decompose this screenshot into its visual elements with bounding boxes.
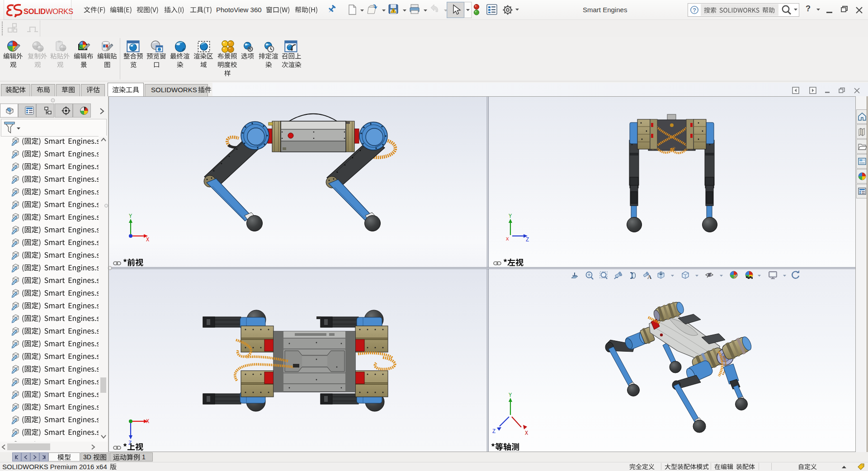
svg-text:X: X [506,236,509,242]
svg-text:A: A [647,273,652,280]
svg-text:X: X [146,237,149,243]
svg-text:Y: Y [509,392,512,399]
svg-text:Y: Y [129,213,132,220]
svg-text:X: X [146,419,149,425]
svg-text:!: ! [393,9,394,13]
svg-text:Y: Y [509,213,512,220]
svg-text:SOLIDWORKS: SOLIDWORKS [24,7,73,15]
svg-text:Z: Z [526,237,529,243]
svg-text:X: X [525,430,528,437]
svg-text:?: ? [693,7,696,14]
svg-text:Z: Z [492,429,495,435]
